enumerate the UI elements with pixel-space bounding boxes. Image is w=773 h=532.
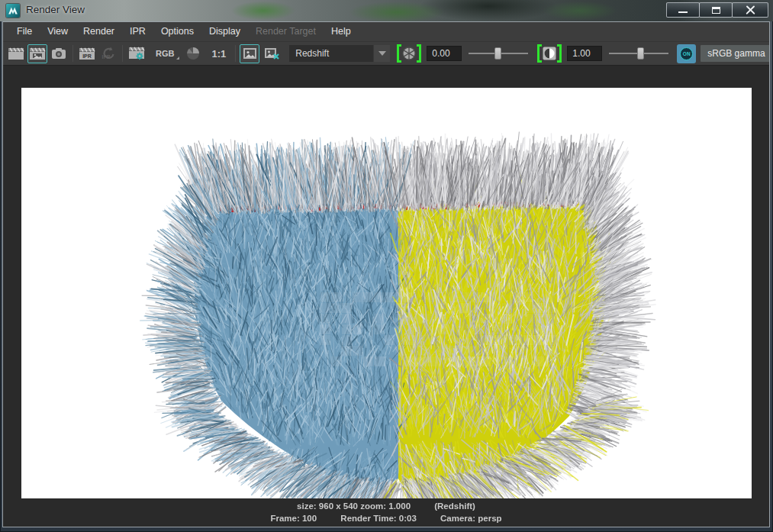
toolbar: IPR IPR [3, 42, 769, 66]
renderer-select-value: Redshift [289, 45, 373, 62]
close-icon [746, 5, 755, 15]
menu-help[interactable]: Help [324, 22, 359, 41]
image-remove-icon [264, 47, 280, 60]
on-icon: ON [680, 47, 693, 60]
status-size-zoom: size: 960 x 540 zoom: 1.000 [297, 501, 411, 511]
status-render-time: Render Time: 0:03 [340, 514, 417, 523]
toolbar-separator [235, 45, 236, 62]
snapshot-button[interactable] [49, 44, 69, 63]
render-view-window: Render View File View Render IPR Options… [0, 0, 773, 532]
menu-render[interactable]: Render [76, 22, 122, 41]
exposure-field[interactable] [427, 46, 462, 61]
menu-file[interactable]: File [9, 22, 40, 41]
svg-text:IPR: IPR [82, 53, 92, 58]
image-icon [243, 47, 257, 60]
ipr-refresh-icon: IPR [100, 46, 117, 61]
menu-bar: File View Render IPR Options Display Ren… [3, 22, 769, 42]
menu-display[interactable]: Display [201, 22, 248, 41]
toolbar-separator [72, 45, 73, 62]
status-frame: Frame: 100 [270, 514, 317, 523]
title-bar[interactable]: Render View [0, 0, 773, 21]
status-bar: size: 960 x 540 zoom: 1.000 (Redshift) F… [3, 498, 769, 527]
toolbar-separator [122, 45, 123, 62]
svg-text:IPR: IPR [102, 54, 111, 60]
status-camera: Camera: persp [440, 514, 502, 523]
camera-icon [51, 47, 66, 60]
ipr-refresh-button[interactable]: IPR [98, 44, 118, 63]
ipr-clapperboard-icon: IPR [79, 47, 95, 60]
gear-icon [136, 53, 143, 60]
right-bracket-icon [557, 44, 562, 63]
right-bracket-icon [417, 44, 421, 63]
clapperboard-icon [8, 47, 24, 60]
ipr-render-button[interactable]: IPR [77, 44, 97, 63]
render-settings-icon [128, 47, 145, 60]
exposure-toggle-button[interactable] [397, 44, 421, 63]
client-area: File View Render IPR Options Display Ren… [2, 21, 770, 527]
menu-ipr[interactable]: IPR [122, 22, 153, 41]
color-management-on-button[interactable]: ON [677, 44, 696, 63]
minimize-icon [678, 11, 688, 13]
contrast-slider[interactable] [609, 46, 668, 61]
render-settings-button[interactable] [127, 44, 147, 63]
rendered-image[interactable] [21, 88, 752, 498]
redo-render-button[interactable] [6, 44, 26, 63]
remove-image-button[interactable] [262, 44, 282, 63]
menu-view[interactable]: View [40, 22, 76, 41]
pie-circle-icon [186, 47, 200, 60]
render-region-button[interactable] [27, 44, 47, 63]
minimize-button[interactable] [666, 2, 700, 18]
maximize-icon [712, 7, 720, 14]
slider-handle[interactable] [494, 47, 501, 60]
channel-display-button[interactable]: RGB [153, 47, 176, 60]
renderer-select-arrow-button[interactable] [373, 45, 390, 62]
alpha-channel-button[interactable] [183, 44, 203, 63]
maya-app-icon [6, 4, 20, 18]
one-to-one-button[interactable]: 1:1 [209, 47, 228, 61]
colorspace-select[interactable]: sRGB gamma [701, 45, 770, 62]
slider-handle[interactable] [637, 47, 644, 60]
exposure-slider[interactable] [469, 46, 528, 61]
contrast-icon [542, 46, 557, 61]
keep-image-button[interactable] [240, 44, 259, 63]
contrast-field[interactable] [567, 46, 602, 61]
menu-options[interactable]: Options [153, 22, 201, 41]
maximize-button[interactable] [699, 2, 733, 18]
aperture-icon [401, 46, 417, 61]
status-renderer: (Redshift) [434, 501, 475, 511]
menu-render-target: Render Target [248, 22, 324, 41]
window-controls [667, 2, 768, 18]
window-title: Render View [26, 4, 85, 15]
chevron-down-icon [378, 51, 386, 56]
render-viewport: size: 960 x 540 zoom: 1.000 (Redshift) F… [3, 66, 769, 527]
close-button[interactable] [732, 2, 768, 18]
renderer-select[interactable]: Redshift [289, 45, 390, 62]
clapperboard-region-icon [29, 47, 46, 60]
contrast-toggle-button[interactable] [537, 44, 562, 63]
